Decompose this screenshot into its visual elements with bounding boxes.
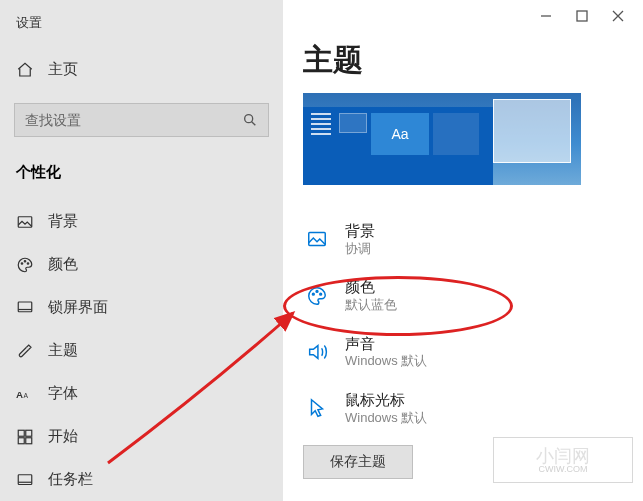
preview-tile-text: Aa — [371, 113, 429, 155]
svg-point-15 — [312, 293, 314, 295]
svg-rect-13 — [577, 11, 587, 21]
svg-rect-8 — [18, 430, 24, 436]
start-icon — [16, 428, 34, 446]
home-nav[interactable]: 主页 — [0, 50, 283, 89]
titlebar — [303, 0, 643, 32]
speaker-icon — [303, 341, 331, 363]
font-icon: AA — [16, 386, 34, 402]
apply-theme-title: 应用主题 — [303, 497, 643, 501]
search-wrap — [14, 103, 269, 137]
svg-rect-5 — [18, 302, 32, 312]
save-theme-button[interactable]: 保存主题 — [303, 445, 413, 479]
palette-icon — [16, 256, 34, 274]
setting-label: 颜色 — [345, 277, 397, 297]
sidebar-item-themes[interactable]: 主题 — [0, 329, 283, 372]
app-title: 设置 — [0, 6, 283, 50]
setting-label: 鼠标光标 — [345, 390, 427, 410]
nav-label: 主题 — [48, 341, 78, 360]
section-header: 个性化 — [0, 155, 283, 200]
main-area: 主题 Aa 背景 协调 颜色 默认蓝色 声音 Windows 默认 — [283, 0, 643, 501]
setting-sub: Windows 默认 — [345, 410, 427, 427]
theme-preview[interactable]: Aa — [303, 93, 581, 185]
nav-label: 锁屏界面 — [48, 298, 108, 317]
svg-point-3 — [24, 260, 26, 262]
taskbar-icon — [16, 471, 34, 489]
nav-label: 任务栏 — [48, 470, 93, 489]
brush-icon — [16, 342, 34, 360]
svg-point-17 — [320, 293, 322, 295]
svg-rect-10 — [18, 437, 24, 443]
preview-startmenu: Aa — [303, 107, 493, 185]
setting-label: 声音 — [345, 334, 427, 354]
home-label: 主页 — [48, 60, 78, 79]
home-icon — [16, 61, 34, 79]
search-icon — [242, 112, 258, 128]
sidebar: 设置 主页 个性化 背景 颜色 锁屏界面 主题 AA 字体 开始 — [0, 0, 283, 501]
watermark: 小闫网 CWIW.COM — [493, 437, 633, 483]
sidebar-item-taskbar[interactable]: 任务栏 — [0, 458, 283, 501]
picture-icon — [303, 228, 331, 250]
search-button[interactable] — [235, 103, 265, 137]
watermark-text: 小闫网 — [536, 447, 590, 465]
setting-label: 背景 — [345, 221, 375, 241]
setting-sub: 默认蓝色 — [345, 297, 397, 314]
sidebar-item-colors[interactable]: 颜色 — [0, 243, 283, 286]
svg-rect-1 — [18, 216, 32, 227]
lockscreen-icon — [16, 299, 34, 317]
picture-icon — [16, 213, 34, 231]
maximize-button[interactable] — [575, 9, 589, 23]
sidebar-item-start[interactable]: 开始 — [0, 415, 283, 458]
svg-rect-12 — [18, 474, 32, 484]
setting-background[interactable]: 背景 协调 — [303, 211, 643, 267]
setting-sub: 协调 — [345, 241, 375, 258]
sidebar-item-lockscreen[interactable]: 锁屏界面 — [0, 286, 283, 329]
cursor-icon — [303, 397, 331, 419]
palette-icon — [303, 285, 331, 307]
minimize-button[interactable] — [539, 9, 553, 23]
setting-color[interactable]: 颜色 默认蓝色 — [303, 267, 643, 323]
svg-rect-14 — [309, 233, 326, 246]
svg-rect-9 — [26, 430, 32, 436]
search-input[interactable] — [14, 103, 269, 137]
svg-point-0 — [245, 115, 253, 123]
nav-label: 背景 — [48, 212, 78, 231]
nav-label: 颜色 — [48, 255, 78, 274]
preview-window — [493, 99, 571, 163]
svg-text:A: A — [24, 391, 29, 398]
page-title: 主题 — [303, 32, 643, 93]
watermark-sub: CWIW.COM — [539, 465, 588, 474]
svg-point-16 — [316, 290, 318, 292]
setting-cursor[interactable]: 鼠标光标 Windows 默认 — [303, 380, 643, 436]
nav-label: 开始 — [48, 427, 78, 446]
setting-sub: Windows 默认 — [345, 353, 427, 370]
sidebar-item-background[interactable]: 背景 — [0, 200, 283, 243]
svg-rect-11 — [26, 437, 32, 443]
sidebar-item-fonts[interactable]: AA 字体 — [0, 372, 283, 415]
nav-label: 字体 — [48, 384, 78, 403]
svg-text:A: A — [16, 388, 23, 399]
svg-point-2 — [21, 262, 23, 264]
close-button[interactable] — [611, 9, 625, 23]
setting-sound[interactable]: 声音 Windows 默认 — [303, 324, 643, 380]
svg-point-4 — [27, 262, 29, 264]
